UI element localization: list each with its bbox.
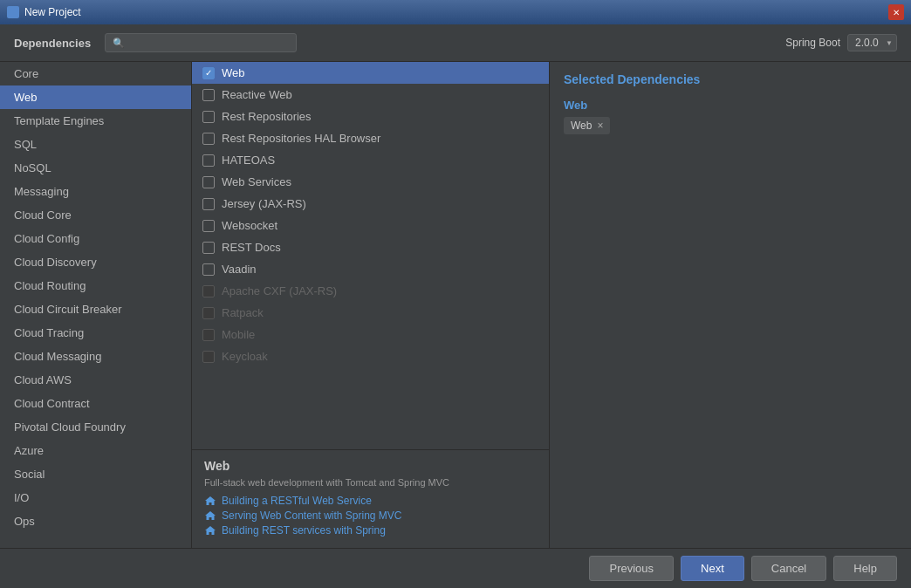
svg-marker-1: [205, 511, 216, 520]
sidebar-item-nosql[interactable]: NoSQL: [0, 156, 191, 180]
app-icon: [7, 6, 19, 18]
close-button[interactable]: ✕: [888, 4, 904, 20]
sidebar-item-messaging[interactable]: Messaging: [0, 180, 191, 203]
detail-panel: Web Full-stack web development with Tomc…: [192, 449, 549, 548]
checkbox-item-keycloak[interactable]: Keycloak: [192, 345, 549, 367]
checkbox-web-services: [202, 176, 215, 188]
spring-boot-label: Spring Boot: [785, 37, 840, 49]
checkbox-rest-repositories-hal: [202, 133, 215, 145]
dependencies-label: Dependencies: [14, 37, 91, 50]
checkbox-label-ratpack: Ratpack: [222, 306, 264, 319]
checkbox-item-web[interactable]: ✓Web: [192, 62, 549, 84]
sidebar-item-core[interactable]: Core: [0, 62, 191, 85]
window-title: New Project: [24, 6, 883, 18]
guide-icon: [204, 525, 216, 536]
checkbox-item-jersey[interactable]: Jersey (JAX-RS): [192, 193, 549, 215]
checkbox-rest-docs: [202, 242, 215, 254]
checkbox-keycloak: [202, 351, 215, 363]
sidebar-item-cloud-config[interactable]: Cloud Config: [0, 227, 191, 250]
detail-link-text: Building a RESTful Web Service: [222, 495, 372, 507]
help-button[interactable]: Help: [833, 556, 897, 581]
sidebar-item-template-engines[interactable]: Template Engines: [0, 109, 191, 133]
cancel-button[interactable]: Cancel: [751, 556, 826, 581]
search-input[interactable]: [130, 37, 289, 49]
checkbox-jersey: [202, 198, 215, 210]
checkbox-label-vaadin: Vaadin: [222, 263, 257, 276]
sidebar-item-web[interactable]: Web: [0, 85, 191, 109]
detail-title: Web: [204, 459, 537, 473]
svg-marker-0: [205, 496, 216, 505]
sidebar-item-cloud-core[interactable]: Cloud Core: [0, 203, 191, 227]
checkbox-item-websocket[interactable]: Websocket: [192, 215, 549, 236]
guide-icon: [204, 510, 216, 521]
sidebar-item-ops[interactable]: Ops: [0, 509, 191, 533]
version-wrapper[interactable]: 2.0.0 1.5.9 2.0.1: [847, 34, 897, 51]
sidebar-item-cloud-discovery[interactable]: Cloud Discovery: [0, 250, 191, 274]
checkbox-web: ✓: [202, 67, 215, 79]
sidebar-item-io[interactable]: I/O: [0, 486, 191, 509]
checkbox-item-vaadin[interactable]: Vaadin: [192, 258, 549, 280]
checkbox-list: ✓WebReactive WebRest RepositoriesRest Re…: [192, 62, 549, 449]
checkbox-item-rest-repositories[interactable]: Rest Repositories: [192, 106, 549, 127]
checkbox-item-reactive-web[interactable]: Reactive Web: [192, 84, 549, 106]
checkbox-label-keycloak: Keycloak: [222, 350, 268, 363]
checkbox-ratpack: [202, 307, 215, 319]
checkbox-label-jersey: Jersey (JAX-RS): [222, 197, 306, 210]
checkbox-item-web-services[interactable]: Web Services: [192, 171, 549, 193]
checkbox-apache-cxf: [202, 285, 215, 297]
left-panel: CoreWebTemplate EnginesSQLNoSQLMessaging…: [0, 62, 192, 548]
sidebar-item-cloud-messaging[interactable]: Cloud Messaging: [0, 345, 191, 368]
checkbox-item-hateoas[interactable]: HATEOAS: [192, 149, 549, 171]
detail-links: Building a RESTful Web ServiceServing We…: [204, 495, 537, 537]
checkbox-label-rest-repositories-hal: Rest Repositories HAL Browser: [222, 132, 380, 145]
sidebar-item-pivotal-cloud-foundry[interactable]: Pivotal Cloud Foundry: [0, 415, 191, 439]
checkbox-label-rest-repositories: Rest Repositories: [222, 110, 312, 123]
svg-marker-2: [205, 526, 216, 535]
checkbox-label-web-services: Web Services: [222, 175, 291, 188]
header-row: Dependencies 🔍 Spring Boot 2.0.0 1.5.9 2…: [0, 24, 911, 62]
detail-link-text: Building REST services with Spring: [222, 524, 386, 537]
checkbox-label-rest-docs: REST Docs: [222, 241, 281, 254]
sidebar-item-cloud-routing[interactable]: Cloud Routing: [0, 274, 191, 297]
detail-description: Full-stack web development with Tomcat a…: [204, 476, 537, 489]
detail-link-building-a-restful-web-service[interactable]: Building a RESTful Web Service: [204, 495, 537, 507]
search-icon: 🔍: [113, 38, 125, 49]
sidebar-item-cloud-contract[interactable]: Cloud Contract: [0, 392, 191, 415]
sidebar-item-azure[interactable]: Azure: [0, 439, 191, 462]
dep-chip-remove[interactable]: ×: [597, 120, 603, 132]
main-content: Dependencies 🔍 Spring Boot 2.0.0 1.5.9 2…: [0, 24, 911, 588]
middle-panel: ✓WebReactive WebRest RepositoriesRest Re…: [192, 62, 550, 548]
next-button[interactable]: Next: [681, 556, 744, 581]
body-row: CoreWebTemplate EnginesSQLNoSQLMessaging…: [0, 62, 911, 548]
footer: Previous Next Cancel Help: [0, 548, 911, 588]
checkbox-label-apache-cxf: Apache CXF (JAX-RS): [222, 284, 337, 297]
title-bar: New Project ✕: [0, 0, 911, 24]
checkbox-vaadin: [202, 263, 215, 276]
dep-categories: WebWeb×: [564, 99, 897, 134]
checkbox-label-websocket: Websocket: [222, 219, 277, 232]
checkbox-item-rest-docs[interactable]: REST Docs: [192, 236, 549, 258]
checkbox-item-apache-cxf[interactable]: Apache CXF (JAX-RS): [192, 280, 549, 302]
checkbox-label-reactive-web: Reactive Web: [222, 88, 292, 101]
search-box[interactable]: 🔍: [105, 33, 297, 52]
checkbox-mobile: [202, 329, 215, 341]
checkbox-websocket: [202, 220, 215, 232]
detail-link-text: Serving Web Content with Spring MVC: [222, 509, 402, 522]
checkbox-label-hateoas: HATEOAS: [222, 154, 275, 167]
previous-button[interactable]: Previous: [589, 556, 674, 581]
version-select[interactable]: 2.0.0 1.5.9 2.0.1: [847, 34, 897, 51]
dep-category-web: Web: [564, 99, 897, 112]
detail-link-building-rest-services-with-spring[interactable]: Building REST services with Spring: [204, 524, 537, 537]
sidebar-item-cloud-tracing[interactable]: Cloud Tracing: [0, 321, 191, 345]
checkbox-rest-repositories: [202, 111, 215, 123]
checkbox-item-rest-repositories-hal[interactable]: Rest Repositories HAL Browser: [192, 127, 549, 149]
checkbox-item-ratpack[interactable]: Ratpack: [192, 302, 549, 324]
sidebar-item-social[interactable]: Social: [0, 462, 191, 486]
checkbox-item-mobile[interactable]: Mobile: [192, 324, 549, 345]
sidebar-item-cloud-circuit-breaker[interactable]: Cloud Circuit Breaker: [0, 297, 191, 321]
checkbox-reactive-web: [202, 89, 215, 101]
sidebar-item-cloud-aws[interactable]: Cloud AWS: [0, 368, 191, 392]
detail-link-serving-web-content-with-spring-mvc[interactable]: Serving Web Content with Spring MVC: [204, 509, 537, 522]
right-panel: Selected Dependencies WebWeb×: [550, 62, 911, 548]
sidebar-item-sql[interactable]: SQL: [0, 133, 191, 156]
